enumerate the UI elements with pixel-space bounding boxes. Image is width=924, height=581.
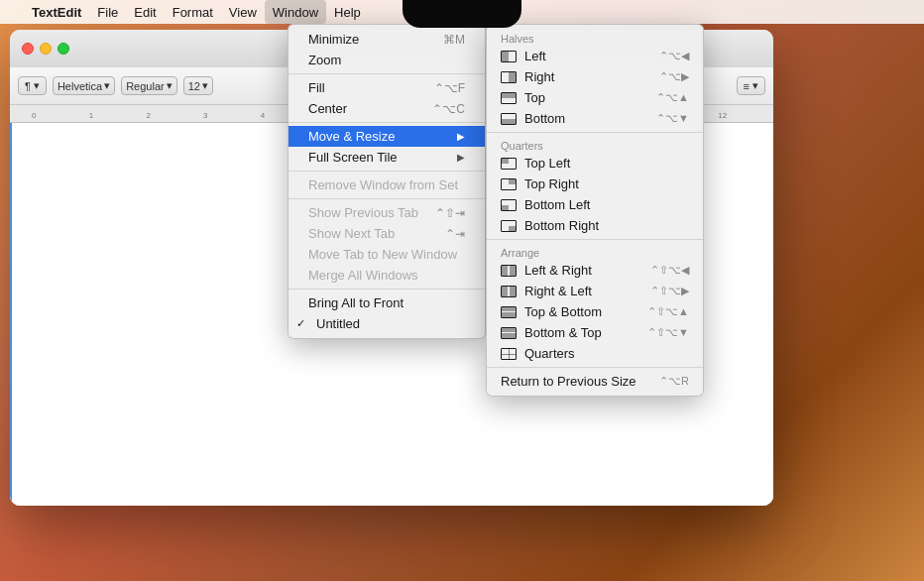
return-prev-shortcut: ⌃⌥R [659, 375, 689, 388]
menu-untitled[interactable]: ✓ Untitled [289, 313, 485, 334]
full-screen-tile-arrow: ▶ [457, 152, 465, 163]
menu-move-tab-new: Move Tab to New Window [289, 244, 485, 265]
paragraph-icon: ¶ [25, 80, 31, 92]
ruler-12: 12 [716, 111, 773, 120]
list-arrow: ▾ [752, 79, 758, 92]
quarter-tl-icon [501, 158, 517, 170]
maximize-button[interactable] [58, 43, 69, 55]
top-bottom-icon [501, 306, 517, 318]
next-tab-shortcut: ⌃⇥ [445, 227, 465, 241]
submenu-top-right[interactable]: Top Right [487, 174, 703, 194]
submenu-bottom-top[interactable]: Bottom & Top ⌃⇧⌥▼ [487, 322, 703, 343]
half-top-icon [501, 92, 517, 104]
quarters-icon [501, 348, 517, 360]
menu-sep-3 [289, 171, 485, 172]
bottom-top-icon [501, 327, 517, 339]
menubar-window[interactable]: Window [265, 0, 326, 24]
submenu-quarters[interactable]: Quarters [487, 343, 703, 364]
close-button[interactable] [22, 43, 34, 55]
quarter-bl-icon [501, 199, 517, 211]
ruler-0: 0 [30, 111, 87, 120]
font-name-select[interactable]: Helvetica ▾ [53, 76, 115, 95]
font-style-select[interactable]: Regular ▾ [121, 76, 177, 95]
submenu-left-right[interactable]: Left & Right ⌃⇧⌥◀ [487, 260, 703, 281]
menu-show-prev-tab: Show Previous Tab ⌃⇧⇥ [289, 202, 485, 223]
submenu-return-prev[interactable]: Return to Previous Size ⌃⌥R [487, 371, 703, 392]
menu-fill[interactable]: Fill ⌃⌥F [289, 77, 485, 98]
submenu-bottom-left[interactable]: Bottom Left [487, 194, 703, 215]
arrange-section-label: Arrange [487, 243, 703, 260]
move-resize-submenu: Halves Left ⌃⌥◀ Right ⌃⌥▶ Top ⌃⌥▲ Bottom… [486, 24, 704, 397]
minimize-shortcut: ⌘M [443, 33, 465, 47]
menu-sep-4 [289, 198, 485, 199]
half-bottom-icon [501, 113, 517, 125]
ruler-1: 1 [87, 111, 145, 120]
ruler-2: 2 [144, 111, 201, 120]
submenu-sep-3 [487, 367, 703, 368]
ruler-3: 3 [201, 111, 259, 120]
menu-zoom[interactable]: Zoom [289, 50, 485, 70]
submenu-top-bottom[interactable]: Top & Bottom ⌃⇧⌥▲ [487, 301, 703, 322]
submenu-top-left[interactable]: Top Left [487, 153, 703, 174]
menubar-textedit[interactable]: TextEdit [24, 0, 89, 24]
menubar-file[interactable]: File [89, 0, 126, 24]
quarter-tr-icon [501, 178, 517, 190]
submenu-left[interactable]: Left ⌃⌥◀ [487, 46, 703, 66]
chevron-icon3: ▾ [202, 79, 208, 92]
prev-tab-shortcut: ⌃⇧⇥ [435, 206, 465, 220]
left-shortcut: ⌃⌥◀ [659, 50, 689, 62]
submenu-sep-1 [487, 132, 703, 133]
menu-minimize[interactable]: Minimize ⌘M [289, 29, 485, 50]
apple-menu[interactable] [8, 0, 24, 24]
quarter-br-icon [501, 220, 517, 232]
center-shortcut: ⌃⌥C [432, 102, 465, 116]
tb-shortcut: ⌃⇧⌥▲ [647, 305, 689, 318]
bottom-shortcut: ⌃⌥▼ [656, 112, 689, 125]
list-btn[interactable]: ≡ ▾ [737, 76, 765, 95]
chevron-icon2: ▾ [167, 79, 173, 92]
quarters-section-label: Quarters [487, 136, 703, 153]
menu-remove-window: Remove Window from Set [289, 174, 485, 195]
rl-shortcut: ⌃⇧⌥▶ [650, 285, 689, 297]
menu-bring-all-front[interactable]: Bring All to Front [289, 292, 485, 313]
menubar-help[interactable]: Help [326, 0, 369, 24]
list-icon: ≡ [744, 80, 750, 92]
paragraph-btn[interactable]: ¶ ▾ [18, 76, 47, 95]
fill-shortcut: ⌃⌥F [434, 81, 465, 95]
submenu-right[interactable]: Right ⌃⌥▶ [487, 66, 703, 87]
menu-sep-5 [289, 289, 485, 290]
submenu-top[interactable]: Top ⌃⌥▲ [487, 87, 703, 108]
window-menu: Minimize ⌘M Zoom Fill ⌃⌥F Center ⌃⌥C Mov… [288, 24, 486, 339]
menu-merge-all: Merge All Windows [289, 265, 485, 286]
menu-sep-1 [289, 73, 485, 74]
submenu-bottom[interactable]: Bottom ⌃⌥▼ [487, 108, 703, 129]
menu-sep-2 [289, 122, 485, 123]
minimize-button[interactable] [40, 43, 52, 55]
lr-shortcut: ⌃⇧⌥◀ [650, 264, 689, 277]
menubar-edit[interactable]: Edit [126, 0, 164, 24]
left-right-icon [501, 265, 517, 277]
half-left-icon [501, 51, 517, 62]
dropdown-arrow: ▾ [34, 79, 40, 92]
top-shortcut: ⌃⌥▲ [656, 91, 689, 104]
menubar-view[interactable]: View [221, 0, 265, 24]
checkmark-icon: ✓ [296, 317, 308, 330]
menu-full-screen-tile[interactable]: Full Screen Tile ▶ [289, 147, 485, 168]
chevron-icon: ▾ [104, 79, 110, 92]
right-shortcut: ⌃⌥▶ [659, 70, 689, 83]
halves-section-label: Halves [487, 29, 703, 46]
traffic-lights [22, 43, 69, 55]
menubar-format[interactable]: Format [165, 0, 221, 24]
font-size-select[interactable]: 12 ▾ [183, 76, 213, 95]
half-right-icon [501, 71, 517, 83]
submenu-sep-2 [487, 239, 703, 240]
bt-shortcut: ⌃⇧⌥▼ [647, 326, 689, 339]
move-resize-arrow: ▶ [457, 131, 465, 142]
right-left-icon [501, 286, 517, 297]
menu-center[interactable]: Center ⌃⌥C [289, 98, 485, 119]
submenu-right-left[interactable]: Right & Left ⌃⇧⌥▶ [487, 281, 703, 301]
submenu-bottom-right[interactable]: Bottom Right [487, 215, 703, 236]
camera-notch [403, 0, 521, 28]
menu-move-resize[interactable]: Move & Resize ▶ [289, 126, 485, 147]
menu-show-next-tab: Show Next Tab ⌃⇥ [289, 223, 485, 244]
